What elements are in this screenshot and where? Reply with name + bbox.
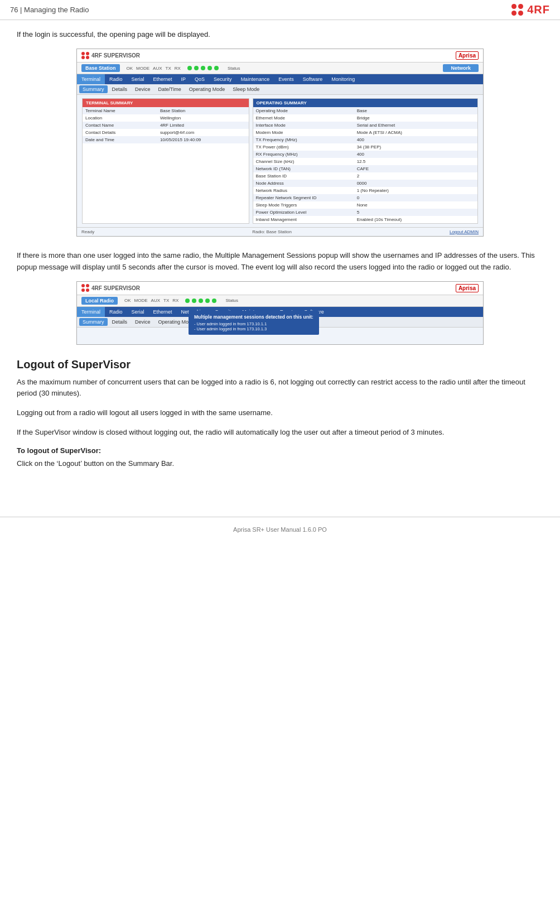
sv-status-bar2: Local Radio OK MODE AUX TX RX Status Mul…	[77, 295, 483, 307]
sv-ok-label2: OK	[124, 298, 131, 303]
sv-nav-terminal[interactable]: Terminal	[77, 74, 105, 84]
sv-status-caption2: Status	[225, 298, 238, 303]
sv-nav-monitoring[interactable]: Monitoring	[327, 74, 359, 84]
sv-nav-radio[interactable]: Radio	[105, 74, 127, 84]
sv-subnav2-details[interactable]: Details	[109, 318, 131, 326]
sv-indicator-tx2	[205, 299, 210, 303]
sv-table-cell: Mode A (ETSI / ACMA)	[354, 129, 477, 136]
sv-nav-ip[interactable]: IP	[177, 74, 191, 84]
sv-subnav1: Summary Details Device Date/Time Operati…	[77, 84, 483, 95]
sv-popup: Multiple management sessions detected on…	[189, 311, 319, 335]
sv-nav2-serial[interactable]: Serial	[127, 307, 149, 317]
table-row: Contact Details support@4rf.com	[83, 129, 249, 136]
sv-logo2: 4RF SUPERVISOR	[81, 284, 140, 292]
sv-rx-label: RX	[175, 66, 181, 71]
intro-text: If the login is successful, the opening …	[17, 30, 543, 38]
sv-table-cell: 1 (No Repeater)	[354, 187, 477, 194]
sv-nav-events[interactable]: Events	[274, 74, 298, 84]
sv-header2: 4RF SUPERVISOR Aprisa	[77, 282, 483, 295]
sv-table-cell: Bridge	[354, 114, 477, 122]
sv-header1: 4RF SUPERVISOR Aprisa	[77, 49, 483, 62]
sv-indicator-rx2	[212, 299, 216, 303]
aprisa-badge2: Aprisa	[456, 284, 479, 292]
logout-bold-label: To logout of SuperVisor:	[17, 446, 543, 455]
sv-terminal-panel: TERMINAL SUMMARY Terminal Name Base Stat…	[82, 98, 249, 224]
sv-aux-label: AUX	[153, 66, 162, 71]
sv-status-group2: OK MODE AUX TX RX	[124, 298, 178, 303]
logout-para3: If the SuperVisor window is closed witho…	[17, 427, 543, 439]
sv-nav-qos[interactable]: QoS	[190, 74, 209, 84]
sv-table-cell: TX Power (dBm)	[253, 143, 354, 151]
sv-table-cell: Contact Details	[83, 129, 157, 136]
sv-nav-ethernet[interactable]: Ethernet	[149, 74, 177, 84]
sv-nav2-ethernet[interactable]: Ethernet	[149, 307, 177, 317]
sv-status-group1: OK MODE AUX TX RX	[127, 66, 181, 71]
sv-table-cell: Modem Mode	[253, 129, 354, 136]
sv-subnav-details[interactable]: Details	[109, 85, 131, 93]
table-row: Repeater Network Segment ID0	[253, 194, 478, 201]
sv-logo-dots-icon	[81, 52, 89, 60]
sv-table-cell: Base	[354, 107, 477, 114]
sv-subnav-opmode[interactable]: Operating Mode	[186, 85, 229, 93]
sv-network-badge1[interactable]: Network	[443, 64, 479, 72]
table-row: Network ID (TAN)CAFE	[253, 165, 478, 172]
sv-table-cell: Channel Size (kHz)	[253, 158, 354, 165]
sv-nav-serial[interactable]: Serial	[127, 74, 149, 84]
sv-nav1: Terminal Radio Serial Ethernet IP QoS Se…	[77, 74, 483, 84]
sv-footer1: Ready Radio: Base Station Logout ADMIN	[77, 227, 483, 236]
sv-table-cell: Wellington	[157, 114, 249, 122]
sv-nav2-terminal[interactable]: Terminal	[77, 307, 105, 317]
logout-para4: Click on the ‘Logout’ button on the Summ…	[17, 458, 543, 470]
sv-nav-security[interactable]: Security	[209, 74, 236, 84]
sv-subnav-summary[interactable]: Summary	[79, 85, 108, 93]
sv-subnav-device[interactable]: Device	[132, 85, 154, 93]
screenshot2: 4RF SUPERVISOR Aprisa Local Radio OK MOD…	[76, 281, 484, 345]
sv-subnav2-summary[interactable]: Summary	[79, 318, 108, 326]
sv-indicator-ok	[187, 66, 192, 70]
sv-station-btn2[interactable]: Local Radio	[81, 297, 118, 305]
logo-dots-icon	[511, 4, 524, 16]
sv-subnav-datetime[interactable]: Date/Time	[155, 85, 185, 93]
sv-table-cell: 400	[354, 136, 477, 143]
sv-popup-title: Multiple management sessions detected on…	[194, 314, 313, 320]
sv-logo1: 4RF SUPERVISOR	[81, 52, 140, 60]
aprisa-badge1: Aprisa	[456, 51, 479, 60]
sv-logo-text2: 4RF SUPERVISOR	[91, 285, 140, 291]
sv-nav-maintenance[interactable]: Maintenance	[236, 74, 274, 84]
sv-logo-dots-icon2	[81, 284, 89, 292]
table-row: Power Optimization Level5	[253, 209, 478, 216]
sv-table-cell: Base Station	[157, 107, 249, 114]
table-row: Base Station ID2	[253, 172, 478, 180]
sv-popup-item1: - User admin logged in from 173.10.1.1	[194, 321, 313, 326]
sv-table-cell: Serial and Ethernet	[354, 122, 477, 129]
page-header: 76 | Managing the Radio 4RF	[0, 0, 560, 20]
sv-table-cell: 2	[354, 172, 477, 180]
sv-table-cell: Enabled (10s Timeout)	[354, 216, 477, 223]
sv-station-btn1[interactable]: Base Station	[81, 64, 120, 72]
sv-subnav-sleepmode[interactable]: Sleep Mode	[229, 85, 263, 93]
logout-heading: Logout of SuperVisor	[17, 358, 543, 371]
sv-aux-label2: AUX	[151, 298, 160, 303]
sv-table-cell: Location	[83, 114, 157, 122]
sv-table-cell: Contact Name	[83, 122, 157, 129]
sv-nav-software[interactable]: Software	[298, 74, 327, 84]
sv-terminal-panel-title: TERMINAL SUMMARY	[83, 99, 249, 107]
table-row: Date and Time 10/05/2015 19:40:09	[83, 136, 249, 143]
table-row: TX Frequency (MHz)400	[253, 136, 478, 143]
sv-rx-label2: RX	[172, 298, 178, 303]
sv-indicator-mode2	[192, 299, 196, 303]
sv-terminal-table: Terminal Name Base Station Location Well…	[83, 107, 249, 143]
sv-footer-logout[interactable]: Logout ADMIN	[450, 229, 479, 234]
table-row: RX Frequency (MHz)400	[253, 151, 478, 158]
page-title: 76 | Managing the Radio	[10, 6, 89, 14]
sv-indicator-aux	[201, 66, 205, 70]
sv-indicator-ok2	[185, 299, 190, 303]
sv-table-cell: Node Address	[253, 180, 354, 187]
sv-subnav2-device[interactable]: Device	[132, 318, 154, 326]
sv-tx-label: TX	[166, 66, 171, 71]
sv-table-cell: Inband Management	[253, 216, 354, 223]
sv-table-cell: Power Optimization Level	[253, 209, 354, 216]
sv-mode-label2: MODE	[134, 298, 148, 303]
sv-nav2-radio[interactable]: Radio	[105, 307, 127, 317]
sv-table-cell: RX Frequency (MHz)	[253, 151, 354, 158]
